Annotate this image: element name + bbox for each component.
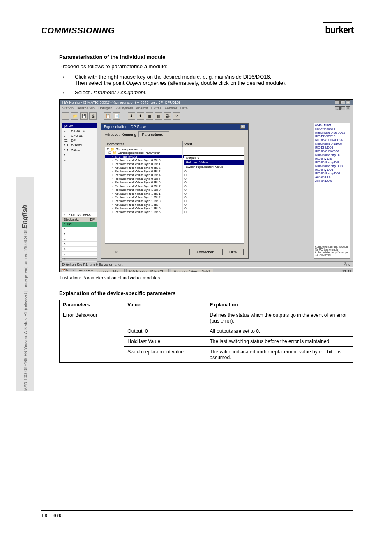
slot-row[interactable]: 5 bbox=[62, 242, 97, 247]
rack-row[interactable]: 3.3DI16/DL bbox=[62, 143, 97, 148]
menu-station[interactable]: Station bbox=[62, 106, 74, 110]
rack-row[interactable]: 1PS 307 2 bbox=[62, 128, 97, 133]
menu-bearbeiten[interactable]: Bearbeiten bbox=[77, 106, 95, 110]
toolbar-print-icon[interactable]: 🖨 bbox=[89, 112, 97, 120]
catalog-pane: 8645 / MK01UniversalmodulMain/Inside DI1… bbox=[314, 123, 350, 259]
arrow-icon: → bbox=[59, 74, 67, 86]
rack-row[interactable]: 3 bbox=[62, 153, 97, 158]
rack-row[interactable]: X2DP bbox=[62, 138, 97, 143]
toolbar-network-icon[interactable]: 器 bbox=[164, 112, 171, 120]
rack-row[interactable]: 2CPU 31 bbox=[62, 133, 97, 138]
slot-row[interactable]: 9 bbox=[62, 262, 97, 267]
catalog-item[interactable]: Main/Inside DI16/DO16 bbox=[314, 131, 350, 135]
error-behaviour-dropdown[interactable]: Output: 0 Hold last Value Switch replace… bbox=[184, 155, 244, 169]
menu-einfuegen[interactable]: Einfügen bbox=[98, 106, 113, 110]
minimize-icon[interactable]: _ bbox=[335, 100, 340, 104]
inner-minimize-icon[interactable]: _ bbox=[335, 106, 340, 110]
catalog-item[interactable]: Main/Inside DI8/DO8 bbox=[314, 142, 350, 146]
grid-header-parameter: Parameter bbox=[105, 141, 183, 147]
catalog-item[interactable]: RIO 8648 only DI8 bbox=[314, 160, 350, 164]
catalog-item[interactable]: Main/Inside only DI8 bbox=[314, 153, 350, 157]
ok-button[interactable]: OK bbox=[106, 249, 125, 255]
hw-config-screenshot: HW Konfig - [SIMATIC 300(2) (Konfigurati… bbox=[59, 99, 353, 272]
tab-parametrieren[interactable]: Parametrieren bbox=[138, 131, 169, 137]
bullet-1-line2-pre: Then select the point bbox=[75, 80, 126, 86]
rack-row[interactable]: 4 bbox=[62, 158, 97, 163]
param-row[interactable]: ▫ Replacement Value Byte 0 Bit 70 bbox=[105, 184, 244, 188]
toolbar-view-icon[interactable]: ▤ bbox=[155, 112, 162, 120]
catalog-item[interactable]: Universalmodul bbox=[314, 127, 350, 131]
slot-row[interactable]: 8 bbox=[62, 257, 97, 262]
param-row[interactable]: ▫ Replacement Value Byte 0 Bit 30 bbox=[105, 169, 244, 173]
toolbar-upload-icon[interactable]: ⬆ bbox=[137, 112, 144, 120]
tree-root[interactable]: Stationsparameter bbox=[115, 147, 142, 151]
catalog-item[interactable]: 8645 / MK01 bbox=[314, 123, 350, 127]
maximize-icon[interactable]: □ bbox=[340, 100, 345, 104]
menu-hilfe[interactable]: Hilfe bbox=[180, 106, 188, 110]
catalog-item[interactable]: RIO only DO8 bbox=[314, 168, 350, 172]
catalog-item[interactable]: RIO 8648 only DO8 bbox=[314, 172, 350, 175]
toolbar-save-icon[interactable]: 💾 bbox=[80, 112, 88, 120]
toolbar-download-icon[interactable]: ⬇ bbox=[128, 112, 135, 120]
inner-maximize-icon[interactable]: □ bbox=[340, 106, 345, 110]
table-heading: Explanation of the device-specific param… bbox=[59, 290, 353, 296]
cancel-button[interactable]: Abbrechen bbox=[189, 249, 221, 255]
dropdown-opt-2[interactable]: Switch replacement value bbox=[184, 165, 244, 169]
figure-caption: Illustration: Parameterisation of indivi… bbox=[59, 275, 353, 280]
th-value: Value bbox=[124, 300, 206, 310]
param-row[interactable]: ▫ Replacement Value Byte 1 Bit 40 bbox=[105, 203, 244, 207]
catalog-item[interactable]: RIO DI 8/DO8 bbox=[314, 146, 350, 149]
slot-row[interactable]: 10 bbox=[62, 267, 97, 272]
param-row[interactable]: ▫ Replacement Value Byte 0 Bit 40 bbox=[105, 173, 244, 177]
taskbar-item-1[interactable]: HW Konfig - [SIMATI... bbox=[126, 269, 169, 272]
catalog-item[interactable]: RIO DI16/DO16 bbox=[314, 135, 350, 138]
parameters-table: Parameters Value Explanation Error Behav… bbox=[59, 300, 353, 363]
slot-row[interactable]: 4 bbox=[62, 237, 97, 242]
catalog-item[interactable]: Main/Inside only DO8 bbox=[314, 164, 350, 168]
grid-header-wert: Wert bbox=[183, 141, 244, 147]
param-row[interactable]: ▫ Replacement Value Byte 1 Bit 50 bbox=[105, 207, 244, 210]
toolbar-open-icon[interactable]: 📁 bbox=[71, 112, 78, 120]
catalog-item[interactable]: RIO 8648 DI32/DO24 bbox=[314, 138, 350, 142]
tab-adresse[interactable]: Adresse / Kennung bbox=[105, 132, 136, 137]
statusbar-right: Änd bbox=[344, 262, 350, 267]
td-exp-0: Defines the status which the outputs go … bbox=[206, 310, 353, 326]
toolbar-copy-icon[interactable]: 📋 bbox=[104, 112, 111, 120]
dropdown-opt-0[interactable]: Output: 0 bbox=[184, 156, 244, 160]
slot-row[interactable]: 2 bbox=[62, 227, 97, 232]
th-parameters: Parameters bbox=[60, 300, 124, 310]
dialog-close-icon[interactable]: × bbox=[240, 125, 245, 129]
burkert-logo: burkert bbox=[325, 25, 353, 35]
td-exp-2: The last switching status before the err… bbox=[206, 337, 353, 347]
menu-ansicht[interactable]: Ansicht bbox=[136, 106, 148, 110]
catalog-item[interactable]: RIO only DI8 bbox=[314, 157, 350, 160]
param-row[interactable]: ▫ Replacement Value Byte 1 Bit 60 bbox=[105, 210, 244, 214]
taskbar-item-2[interactable]: Microsoft Word - Dok1 bbox=[171, 269, 213, 272]
catalog-item[interactable]: Add-on DI 8 bbox=[314, 175, 350, 179]
toolbar-help-icon[interactable]: ? bbox=[173, 112, 180, 120]
catalog-item[interactable]: Add-on DO 8 bbox=[314, 179, 350, 183]
tree-sub[interactable]: Gerätespezifische Parameter bbox=[118, 151, 160, 155]
dropdown-opt-1[interactable]: Hold last Value bbox=[184, 160, 244, 165]
menu-zielsystem[interactable]: Zielsystem bbox=[115, 106, 133, 110]
param-row[interactable]: ▫ Replacement Value Byte 1 Bit 20 bbox=[105, 195, 244, 199]
rack-row[interactable]: 2.4Zählen bbox=[62, 148, 97, 153]
param-row[interactable]: ▫ Replacement Value Byte 1 Bit 30 bbox=[105, 199, 244, 203]
slot-row[interactable]: 6 bbox=[62, 247, 97, 252]
catalog-item[interactable]: RIO 8648 DI8/DO8 bbox=[314, 149, 350, 153]
toolbar-catalog-icon[interactable]: ▦ bbox=[146, 112, 153, 120]
param-row[interactable]: ▫ Replacement Value Byte 0 Bit 60 bbox=[105, 181, 244, 184]
param-row[interactable]: ▫ Replacement Value Byte 1 Bit 00 bbox=[105, 188, 244, 192]
param-row[interactable]: ▫ Replacement Value Byte 0 Bit 50 bbox=[105, 177, 244, 181]
toolbar-new-icon[interactable]: □ bbox=[62, 112, 69, 120]
inner-close-icon[interactable]: × bbox=[346, 106, 350, 110]
help-button[interactable]: Hilfe bbox=[222, 249, 244, 255]
menu-fenster[interactable]: Fenster bbox=[165, 106, 178, 110]
toolbar-paste-icon[interactable]: 📄 bbox=[113, 112, 120, 120]
param-row[interactable]: ▫ Replacement Value Byte 1 Bit 10 bbox=[105, 192, 244, 195]
slot-row[interactable]: 1 193 bbox=[62, 222, 97, 227]
slot-row[interactable]: 7 bbox=[62, 252, 97, 257]
close-icon[interactable]: × bbox=[346, 100, 350, 104]
slot-row[interactable]: 3 bbox=[62, 232, 97, 237]
menu-extras[interactable]: Extras bbox=[151, 106, 162, 110]
